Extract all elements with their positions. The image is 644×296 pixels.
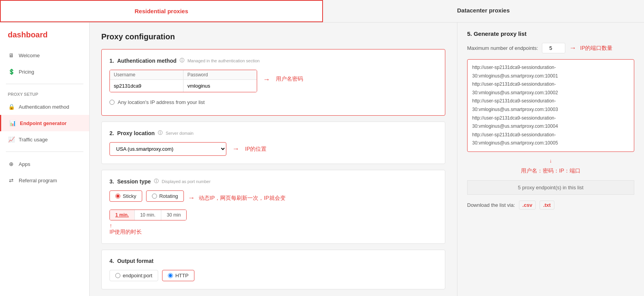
output-section-header: 4. Output format	[109, 258, 437, 264]
pricing-icon: 💲	[8, 68, 15, 75]
welcome-icon: 🖥	[8, 52, 15, 59]
session-duration-annotation: IP使用的时长	[109, 229, 142, 236]
auth-arrow: →	[263, 76, 270, 84]
username-label: Username	[110, 70, 183, 80]
main-layout: dashboard 🖥 Welcome 💲 Pricing Proxy setu…	[0, 23, 644, 296]
proxy-list-box: http://user-sp2131dca9-sessionduration-3…	[467, 59, 634, 152]
download-txt[interactable]: .txt	[540, 201, 554, 210]
download-csv[interactable]: .csv	[519, 201, 536, 210]
sidebar-divider-1	[6, 84, 83, 84]
session-number: 3.	[109, 178, 114, 185]
rotating-radio[interactable]	[152, 194, 157, 199]
format-group: endpoint:port HTTP	[109, 270, 437, 281]
password-input[interactable]	[183, 80, 257, 92]
http-option[interactable]: HTTP	[162, 270, 194, 281]
sidebar-item-traffic-usage[interactable]: 📈 Traffic usage	[0, 131, 89, 148]
proxy-entry-1: http://user-sp2131dca9-sessionduration-3…	[472, 63, 629, 80]
username-input[interactable]	[110, 80, 183, 92]
sidebar-item-endpoint-generator[interactable]: 📊 Endpoint generator	[0, 115, 89, 131]
time-10min[interactable]: 10 min.	[135, 210, 161, 220]
time-30min[interactable]: 30 min	[161, 210, 186, 220]
location-info-note: Server domain	[166, 131, 194, 136]
proxy-location-section: 2. Proxy location ⓘ Server domain USA (u…	[101, 122, 445, 164]
sidebar-label-pricing: Pricing	[19, 69, 34, 75]
sidebar-logo: dashboard	[0, 26, 89, 47]
auth-annotation: 用户名密码	[276, 76, 303, 83]
tab-residential[interactable]: Residential proxies	[0, 0, 323, 22]
endpoint-port-radio[interactable]	[115, 273, 120, 278]
sidebar-label-endpoint: Endpoint generator	[20, 120, 67, 126]
auth-icon: 🔒	[8, 103, 15, 110]
sidebar-item-pricing[interactable]: 💲 Pricing	[0, 63, 89, 80]
http-radio[interactable]	[168, 273, 173, 278]
proxy-entry-2: http://user-sp2131dca9-sessionduration-3…	[472, 80, 629, 97]
location-number: 2.	[109, 130, 114, 136]
endpoints-annotation: IP的端口数量	[580, 45, 612, 52]
sidebar-item-welcome[interactable]: 🖥 Welcome	[0, 47, 89, 63]
auth-section-title: Authentication method	[117, 58, 176, 64]
sidebar-item-apps[interactable]: ⊕ Apps	[0, 156, 89, 172]
endpoint-port-option[interactable]: endpoint:port	[109, 270, 158, 281]
output-number: 4.	[109, 258, 114, 264]
endpoints-arrow-label	[569, 44, 576, 52]
location-annotation: IP的位置	[245, 146, 266, 153]
session-dynamic-annotation: 动态IP，网页每刷新一次，IP就会变	[199, 195, 285, 202]
password-label: Password	[183, 70, 257, 80]
right-panel: 5. Generate proxy list Maximum number of…	[457, 23, 644, 296]
sidebar-divider-2	[6, 152, 83, 152]
endpoint-port-label: endpoint:port	[123, 273, 152, 278]
session-info-icon[interactable]: ⓘ	[154, 178, 159, 185]
session-title: Session type	[117, 178, 151, 185]
sidebar-item-referral[interactable]: ⇄ Referral program	[0, 172, 89, 189]
session-section-header: 3. Session type ⓘ Displayed as port numb…	[109, 178, 437, 185]
location-title: Proxy location	[117, 130, 155, 136]
download-label: Download the list via:	[467, 202, 515, 208]
proxy-setup-label: Proxy setup	[0, 88, 89, 99]
format-arrow: ↓	[467, 158, 634, 164]
sidebar-label-traffic: Traffic usage	[19, 137, 48, 143]
sticky-radio[interactable]	[115, 194, 120, 199]
proxy-entry-4: http://user-sp2131dca9-sessionduration-3…	[472, 114, 629, 131]
alt-location-option[interactable]: Any location's IP address from your list	[109, 97, 257, 107]
output-title: Output format	[117, 258, 154, 264]
auth-fields-box: Username Password	[109, 70, 257, 92]
alt-location-radio[interactable]	[109, 100, 115, 105]
proxy-count-bar: 5 proxy endpoint(s) in this list	[467, 180, 634, 195]
proxy-entry-5: http://user-sp2131dca9-sessionduration-3…	[472, 131, 629, 148]
time-options-group: 1 min. 10 min. 30 min	[109, 210, 187, 220]
sidebar-label-auth: Authentication method	[19, 104, 69, 110]
sticky-label: Sticky	[123, 193, 136, 199]
max-endpoints-row: Maximum number of endpoints: IP的端口数量	[467, 43, 634, 53]
download-row: Download the list via: .csv .txt	[467, 201, 634, 210]
auth-method-section: 1. Authentication method ⓘ Managed in th…	[101, 49, 445, 116]
session-type-section: 3. Session type ⓘ Displayed as port numb…	[101, 170, 445, 244]
generate-section-title: 5. Generate proxy list	[467, 30, 634, 37]
max-endpoints-input[interactable]	[542, 43, 565, 53]
time-arrow: ↑	[109, 222, 112, 229]
auth-info-note: Managed in the authentication section	[187, 58, 259, 63]
session-info-note: Displayed as port number	[162, 179, 210, 184]
location-info-icon[interactable]: ⓘ	[158, 130, 162, 136]
traffic-icon: 📈	[8, 136, 15, 143]
config-panel: Proxy configuration 1. Authentication me…	[90, 23, 457, 296]
sidebar: dashboard 🖥 Welcome 💲 Pricing Proxy setu…	[0, 23, 90, 296]
endpoint-icon: 📊	[9, 120, 16, 127]
rotating-option[interactable]: Rotating	[146, 190, 184, 202]
http-label: HTTP	[175, 273, 189, 278]
sidebar-label-welcome: Welcome	[19, 53, 40, 58]
tab-datacenter[interactable]: Datacenter proxies	[323, 0, 644, 22]
output-format-section: 4. Output format endpoint:port HTTP	[101, 250, 445, 289]
session-arrow: →	[188, 194, 195, 202]
main-content: Proxy configuration 1. Authentication me…	[90, 23, 644, 296]
password-field: Password	[183, 70, 257, 92]
time-1min[interactable]: 1 min.	[110, 210, 135, 220]
max-endpoints-label: Maximum number of endpoints:	[467, 45, 538, 51]
location-select[interactable]: USA (us.smartproxy.com)	[109, 142, 226, 156]
apps-icon: ⊕	[8, 160, 15, 167]
sidebar-label-apps: Apps	[19, 161, 30, 167]
referral-icon: ⇄	[8, 177, 15, 184]
page-title: Proxy configuration	[101, 32, 445, 41]
sidebar-item-auth-method[interactable]: 🔒 Authentication method	[0, 99, 89, 115]
sticky-option[interactable]: Sticky	[109, 190, 142, 202]
auth-info-icon[interactable]: ⓘ	[180, 57, 184, 64]
